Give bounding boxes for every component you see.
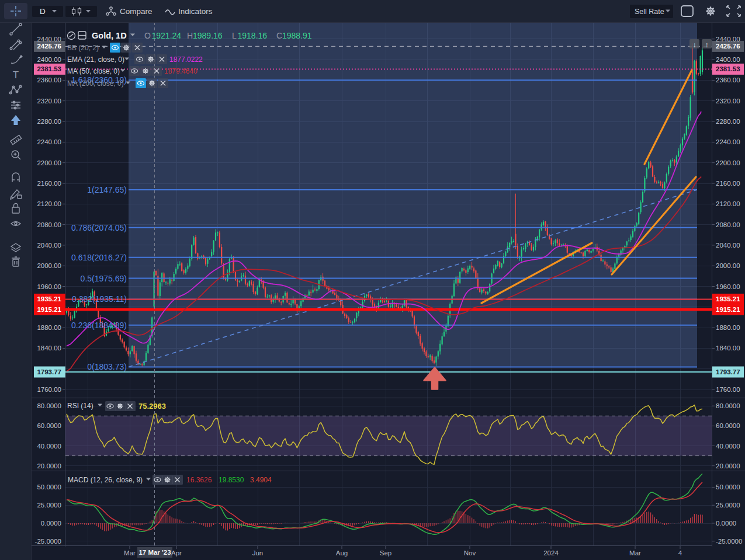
svg-text:60.0000: 60.0000 [716,422,740,429]
svg-text:1988.91: 1988.91 [282,31,312,40]
svg-text:0.236(1884.89): 0.236(1884.89) [71,321,127,330]
svg-text:50.0000: 50.0000 [37,484,61,491]
svg-text:Compare: Compare [120,7,153,16]
svg-text:BB (20, 2): BB (20, 2) [67,44,99,52]
svg-text:2360.00: 2360.00 [37,76,61,84]
svg-text:2200.00: 2200.00 [37,159,61,166]
svg-text:0.786(2074.05): 0.786(2074.05) [71,223,127,232]
svg-text:20.0000: 20.0000 [37,462,61,469]
svg-text:2400.00: 2400.00 [716,56,740,63]
svg-text:1989.16: 1989.16 [193,31,223,40]
svg-text:Indicators: Indicators [178,7,213,16]
svg-text:1921.24: 1921.24 [152,31,182,40]
svg-text:1793.77: 1793.77 [37,368,61,375]
svg-text:80.0000: 80.0000 [37,402,61,409]
svg-text:2120.00: 2120.00 [716,200,740,207]
svg-text:2000.00: 2000.00 [37,262,61,269]
svg-text:EMA (21, close, 0): EMA (21, close, 0) [67,55,124,64]
svg-text:Gold, 1D: Gold, 1D [92,31,127,40]
svg-text:2080.00: 2080.00 [37,221,61,228]
svg-text:2400.00: 2400.00 [37,56,61,63]
svg-text:Apr: Apr [171,549,182,556]
svg-text:2080.00: 2080.00 [716,221,740,228]
svg-text:O: O [144,31,151,40]
svg-text:50.0000: 50.0000 [716,484,740,491]
svg-text:L: L [232,31,237,40]
svg-text:1840.00: 1840.00 [716,345,740,352]
svg-text:3.4904: 3.4904 [250,476,272,484]
svg-text:2425.76: 2425.76 [37,43,61,50]
svg-text:2240.00: 2240.00 [716,138,740,145]
svg-text:0.382(1935.11): 0.382(1935.11) [72,294,127,304]
svg-text:2040.00: 2040.00 [37,242,61,249]
svg-text:80.0000: 80.0000 [716,402,740,409]
svg-text:1880.00: 1880.00 [37,324,61,331]
svg-text:0.0000: 0.0000 [716,520,736,527]
svg-text:1960.00: 1960.00 [716,283,740,290]
svg-text:16.3626: 16.3626 [186,476,212,484]
svg-text:1793.77: 1793.77 [716,368,740,375]
svg-text:1879.4640: 1879.4640 [164,67,197,75]
svg-text:↑: ↑ [705,41,709,49]
svg-text:2425.76: 2425.76 [716,43,740,50]
svg-text:2381.53: 2381.53 [37,65,61,72]
svg-text:2040.00: 2040.00 [716,242,740,249]
svg-text:2000.00: 2000.00 [716,262,740,269]
svg-text:1880.00: 1880.00 [716,324,740,331]
svg-text:1760.00: 1760.00 [716,386,740,393]
svg-text:0.5(1975.69): 0.5(1975.69) [81,274,127,283]
svg-text:2160.00: 2160.00 [37,180,61,187]
svg-text:40.0000: 40.0000 [37,443,61,450]
svg-text:Aug: Aug [336,549,348,556]
svg-text:MA (50, close, 0): MA (50, close, 0) [67,67,120,75]
svg-text:2280.00: 2280.00 [716,118,740,125]
svg-text:1918.16: 1918.16 [238,31,268,40]
svg-text:1(2147.65): 1(2147.65) [87,185,127,194]
svg-text:H: H [187,31,193,40]
svg-text:1935.21: 1935.21 [37,295,61,302]
svg-text:1760.00: 1760.00 [37,386,61,393]
svg-text:Sell Rate: Sell Rate [635,8,664,16]
svg-text:0(1803.73): 0(1803.73) [87,362,127,371]
svg-text:2120.00: 2120.00 [37,200,61,207]
svg-text:1960.00: 1960.00 [37,283,61,290]
svg-text:17 Mar '23: 17 Mar '23 [138,549,171,556]
svg-text:RSI (14): RSI (14) [67,402,93,410]
svg-text:75.2963: 75.2963 [138,402,166,411]
svg-text:-25.0000: -25.0000 [716,538,742,545]
svg-text:40.0000: 40.0000 [716,443,740,450]
svg-text:2320.00: 2320.00 [37,98,61,105]
svg-text:60.0000: 60.0000 [37,422,61,429]
svg-text:MA (200, close, 0): MA (200, close, 0) [67,79,124,88]
svg-text:2320.00: 2320.00 [716,98,740,105]
svg-text:T: T [13,69,19,81]
svg-text:4: 4 [678,549,682,556]
svg-text:Mar: Mar [124,549,136,556]
svg-text:2440.00: 2440.00 [37,36,61,43]
svg-text:D: D [40,7,46,16]
svg-text:Nov: Nov [464,549,476,556]
svg-text:20.0000: 20.0000 [716,462,740,469]
svg-text:2280.00: 2280.00 [37,118,61,125]
svg-text:2160.00: 2160.00 [716,180,740,187]
svg-text:2200.00: 2200.00 [716,159,740,166]
svg-text:2024: 2024 [543,549,559,556]
svg-text:Sep: Sep [380,549,391,556]
svg-text:1915.21: 1915.21 [37,306,61,313]
svg-text:1915.21: 1915.21 [716,306,740,313]
svg-text:2240.00: 2240.00 [37,138,61,145]
svg-text:1877.0222: 1877.0222 [169,55,203,64]
svg-text:MACD (12, 26, close, 9): MACD (12, 26, close, 9) [68,476,143,484]
svg-text:2381.53: 2381.53 [716,65,740,72]
svg-text:Jun: Jun [252,549,264,556]
svg-text:1840.00: 1840.00 [37,345,61,352]
svg-text:19.8530: 19.8530 [219,476,244,484]
svg-text:25.0000: 25.0000 [37,502,61,509]
svg-text:C: C [276,31,282,40]
svg-text:-25.0000: -25.0000 [35,538,61,545]
svg-text:0.0000: 0.0000 [41,520,61,527]
svg-text:2440.00: 2440.00 [716,36,740,43]
svg-text:25.0000: 25.0000 [716,502,740,509]
svg-text:2360.00: 2360.00 [716,76,740,84]
svg-text:↓: ↓ [693,41,697,49]
